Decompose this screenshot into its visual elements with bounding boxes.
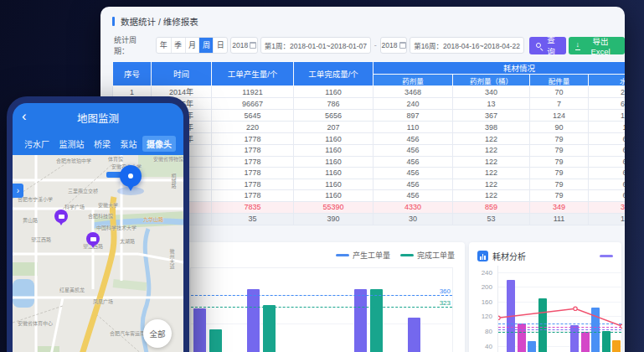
start-week-input[interactable]: 第1周：2018-01-01~2018-01-07 [260, 37, 371, 54]
workorder-chart-card: 产生工单量完成工单量 360 323 [180, 242, 465, 352]
query-button-label: 查询 [544, 34, 559, 57]
period-segmented-control: 年季月周日 [156, 37, 229, 54]
table-row: 7177811604561227967 [113, 156, 626, 168]
period-option-月[interactable]: 月 [185, 38, 199, 53]
camera-lens-icon [90, 237, 96, 241]
y-tick: 200 [471, 283, 492, 291]
legend-item: 完成工单量 [400, 250, 455, 261]
bar-produced [354, 289, 367, 352]
map-label: 科学广场 [64, 203, 85, 210]
map-label: 中国科学技术大学 [96, 224, 137, 231]
period-option-年[interactable]: 年 [157, 38, 171, 53]
period-option-周[interactable]: 周 [198, 38, 213, 53]
reference-line-label: 360 [440, 287, 451, 295]
table-row: 8177811604561227967 [113, 168, 626, 179]
phone-header: ‹ 地图监测 [13, 103, 183, 132]
map-label: 合肥科技馆 [88, 212, 113, 220]
phone-mockup: ‹ 地图监测 污水厂监测站桥梁泵站摄像头 [7, 96, 189, 352]
camera-pin[interactable] [54, 210, 68, 223]
selected-camera-pin[interactable] [120, 165, 142, 187]
workorder-chart-legend: 产生工单量完成工单量 [336, 250, 455, 261]
export-button-label: 导出Excel [583, 35, 618, 56]
map-label: 合肥市琥珀中学 [56, 157, 91, 164]
export-excel-button[interactable]: ↓ 导出Excel [569, 37, 625, 54]
start-week-value: 第1周：2018-01-01~2018-01-07 [265, 40, 367, 50]
map-label: 桐城路 [170, 173, 178, 189]
y-tick: 80 [471, 328, 492, 335]
legend-item-truncated [600, 255, 613, 257]
group-header: 耗材情况 [374, 62, 626, 75]
phone-title: 地图监测 [77, 110, 119, 126]
map-view[interactable]: 合肥市琥珀中学体育馆安徽农业大学安徽省博物馆桐城路三里庵立交桥合肥市宁溪小学科学… [13, 155, 183, 352]
phone-tab-监测站[interactable]: 监测站 [55, 136, 89, 152]
reference-line-label: 323 [440, 299, 451, 307]
table-row: 9177811604561227967 [113, 179, 626, 190]
end-year-value: 2018 [382, 41, 398, 49]
table-row: 52018年177811604561227967 [113, 133, 626, 145]
table-row: 10177811604561227967 [113, 190, 626, 202]
map-label: 望江西路 [31, 236, 51, 243]
period-label: 统计周期： [114, 34, 152, 56]
bar-chart-icon [477, 251, 488, 261]
start-year-value: 2018 [232, 41, 248, 49]
column-header: 时间 [152, 62, 212, 86]
map-label: 凤凰广场 [93, 298, 113, 305]
map-label: 体育馆 [108, 155, 123, 163]
query-button[interactable]: 查询 [529, 37, 566, 54]
calendar-icon [399, 42, 406, 49]
map-label: 太湖路 [120, 237, 135, 245]
bar-produced [247, 289, 260, 352]
phone-tab-污水厂[interactable]: 污水厂 [20, 136, 54, 152]
phone-tab-bar: 污水厂监测站桥梁泵站摄像头 [13, 132, 183, 155]
map-label: 安徽省体育中心 [18, 319, 53, 327]
range-separator: - [374, 41, 378, 49]
map-label: 黄山路 [23, 216, 38, 224]
phone-tab-摄像头[interactable]: 摄像头 [142, 136, 176, 152]
map-label: 九华山路 [143, 215, 163, 223]
phone-tab-桥梁[interactable]: 桥梁 [90, 136, 115, 152]
consumable-chart-title: 耗材分析 [492, 250, 526, 262]
average-row: 平均值353903053111140 [113, 213, 626, 225]
end-year-select[interactable]: 2018 [380, 37, 408, 54]
sub-column-header: 水量 [589, 75, 626, 86]
phone-screen: ‹ 地图监测 污水厂监测站桥梁泵站摄像头 [13, 103, 183, 352]
reference-line [191, 295, 452, 296]
camera-pin[interactable] [86, 232, 100, 246]
reference-line [191, 307, 452, 308]
legend-item: 产生工单量 [336, 250, 390, 261]
pin-ring-icon [128, 173, 133, 179]
table-row: 12014年119211160346834070250 [113, 86, 626, 98]
bar-completed [209, 329, 222, 352]
map-label: 安徽大学 [98, 201, 118, 209]
map-label: 红星美凯龙 [59, 286, 85, 293]
end-week-input[interactable]: 第16周：2018-04-16~2018-04-22 [410, 37, 523, 54]
bar-produced [193, 308, 206, 352]
expand-arrow-button[interactable]: › [13, 184, 23, 198]
table-row: 32016年56455656897367124129 [113, 110, 626, 122]
camera-lens-icon [59, 215, 64, 219]
table-row: 22015年96667786240137690 [113, 98, 626, 110]
column-header: 工单产生量/个 [212, 62, 294, 86]
phone-tab-泵站[interactable]: 泵站 [116, 136, 142, 152]
breadcrumb-accent-bar [112, 17, 115, 26]
bar-completed [370, 289, 383, 352]
table-row: 42017年2202071103989019 [113, 122, 626, 133]
map-label: 徽州大道 [168, 249, 176, 269]
table-row: 6177811604561227967 [113, 145, 626, 157]
bar-produced [408, 318, 420, 352]
consumable-chart-card: 耗材分析 2402001601208040 [469, 242, 621, 352]
sub-column-header: 药剂量（桶） [453, 75, 530, 86]
period-option-季[interactable]: 季 [171, 38, 185, 53]
breadcrumb-text: 数据统计 / 维修报表 [121, 15, 198, 28]
column-header: 序号 [113, 62, 152, 86]
show-all-button[interactable]: 全部 [143, 319, 172, 348]
sub-column-header: 药剂量 [374, 75, 453, 86]
back-icon[interactable]: ‹ [22, 109, 27, 123]
download-icon: ↓ [575, 41, 581, 50]
start-year-select[interactable]: 2018 [230, 37, 258, 54]
map-label: 三里庵立交桥 [68, 187, 98, 194]
period-option-日[interactable]: 日 [213, 38, 227, 53]
consumable-chart-header: 耗材分析 [469, 242, 621, 262]
breadcrumb: 数据统计 / 维修报表 [112, 15, 625, 28]
map-label: 安徽省博物馆 [153, 155, 183, 163]
